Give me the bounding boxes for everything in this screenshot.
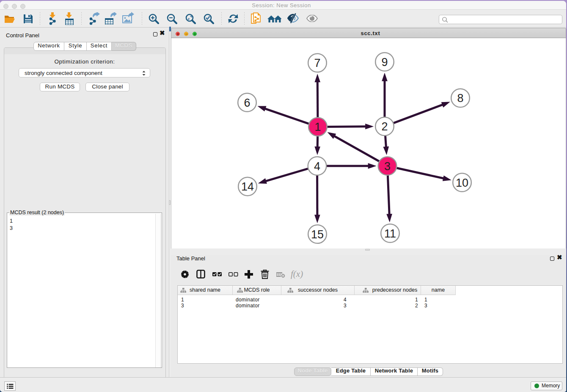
svg-text:15: 15	[311, 228, 324, 241]
svg-text:10: 10	[456, 177, 468, 189]
svg-text:1: 1	[314, 121, 321, 133]
svg-text:8: 8	[457, 92, 463, 105]
svg-text:4: 4	[314, 160, 320, 173]
svg-text:7: 7	[314, 57, 320, 69]
svg-text:14: 14	[241, 180, 254, 193]
svg-text:9: 9	[381, 56, 388, 69]
svg-text:11: 11	[384, 227, 396, 240]
svg-text:3: 3	[384, 160, 391, 173]
svg-text:6: 6	[244, 97, 250, 109]
svg-text:2: 2	[381, 120, 388, 133]
